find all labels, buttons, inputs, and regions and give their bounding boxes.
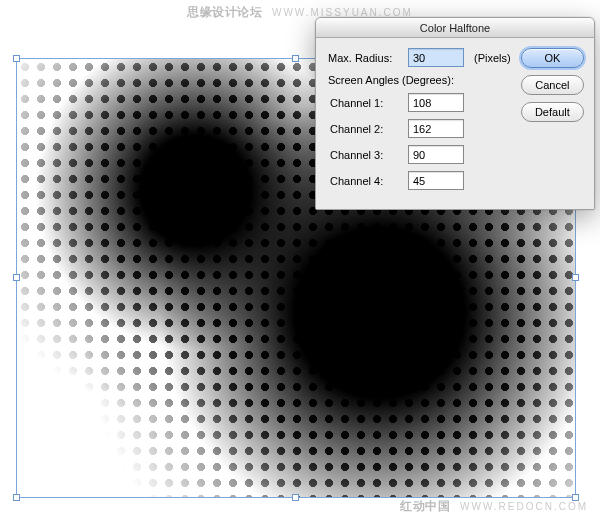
selection-handle-middle-right[interactable]: [572, 274, 579, 281]
row-channel-2: Channel 2:: [328, 119, 511, 138]
dialog-titlebar[interactable]: Color Halftone: [316, 18, 594, 38]
channel-1-label: Channel 1:: [328, 97, 402, 109]
selection-handle-top-left[interactable]: [13, 55, 20, 62]
channel-4-input[interactable]: [408, 171, 464, 190]
color-halftone-dialog: Color Halftone Max. Radius: (Pixels) Scr…: [315, 17, 595, 210]
screen-angles-label: Screen Angles (Degrees):: [328, 74, 511, 86]
dialog-title: Color Halftone: [420, 22, 490, 34]
row-channel-1: Channel 1:: [328, 93, 511, 112]
cancel-button[interactable]: Cancel: [521, 75, 584, 95]
dialog-buttons: OK Cancel Default: [521, 48, 584, 197]
watermark-bottom-text: 红动中国: [400, 499, 450, 513]
selection-handle-bottom-middle[interactable]: [292, 494, 299, 501]
ok-button[interactable]: OK: [521, 48, 584, 68]
channel-2-input[interactable]: [408, 119, 464, 138]
dialog-form: Max. Radius: (Pixels) Screen Angles (Deg…: [328, 48, 511, 197]
default-button[interactable]: Default: [521, 102, 584, 122]
selection-handle-middle-left[interactable]: [13, 274, 20, 281]
channel-3-input[interactable]: [408, 145, 464, 164]
watermark-top-text: 思缘设计论坛: [187, 5, 262, 19]
selection-handle-bottom-right[interactable]: [572, 494, 579, 501]
selection-handle-bottom-left[interactable]: [13, 494, 20, 501]
selection-handle-top-middle[interactable]: [292, 55, 299, 62]
channel-2-label: Channel 2:: [328, 123, 402, 135]
row-max-radius: Max. Radius: (Pixels): [328, 48, 511, 67]
dialog-body: Max. Radius: (Pixels) Screen Angles (Deg…: [316, 38, 594, 209]
max-radius-input[interactable]: [408, 48, 464, 67]
row-channel-4: Channel 4:: [328, 171, 511, 190]
channel-1-input[interactable]: [408, 93, 464, 112]
watermark-bottom: 红动中国 WWW.REDOCN.COM: [400, 498, 588, 515]
max-radius-label: Max. Radius:: [328, 52, 402, 64]
row-channel-3: Channel 3:: [328, 145, 511, 164]
channel-3-label: Channel 3:: [328, 149, 402, 161]
max-radius-unit: (Pixels): [474, 52, 511, 64]
watermark-bottom-url: WWW.REDOCN.COM: [460, 501, 588, 512]
channel-4-label: Channel 4:: [328, 175, 402, 187]
